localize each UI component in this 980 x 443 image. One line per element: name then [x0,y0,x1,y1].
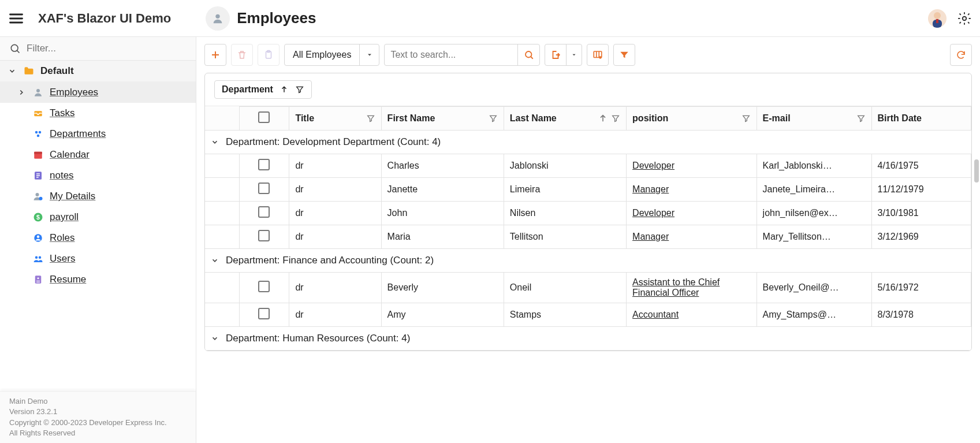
cell-position[interactable]: Assistant to the Chief Financial Officer [627,273,757,303]
sidebar-item-employees[interactable]: Employees [0,82,196,103]
checkbox-icon[interactable] [258,230,270,241]
checkbox-icon[interactable] [258,281,270,292]
table-row[interactable]: drJohnNilsenDeveloperjohn_nilsen@ex…3/10… [205,202,971,225]
chevron-down-icon[interactable] [211,138,219,146]
col-header-position[interactable]: position [627,107,757,131]
table-row[interactable]: drBeverlyOneilAssistant to the Chief Fin… [205,273,971,303]
cell-position[interactable]: Developer [627,202,757,225]
row-select[interactable] [239,154,289,178]
scrollbar-thumb[interactable] [974,159,979,183]
select-all-header[interactable] [239,107,289,131]
sidebar-item-label: My Details [50,191,95,202]
checkbox-icon[interactable] [258,159,270,170]
sidebar-item-mydetails[interactable]: My Details [0,186,196,207]
sidebar-item-calendar[interactable]: Calendar [0,144,196,165]
sort-up-icon[interactable] [598,114,608,123]
view-select-dropdown[interactable] [359,44,379,65]
group-row[interactable]: Department: Development Department (Coun… [205,131,971,154]
svg-point-1 [934,12,941,19]
checkbox-icon[interactable] [258,206,270,218]
group-row[interactable]: Department: Finance and Accounting (Coun… [205,249,971,273]
svg-point-6 [36,89,40,92]
new-button[interactable] [204,44,226,66]
col-header-firstname[interactable]: First Name [381,107,504,131]
row-indent [205,178,239,202]
toolbar: All Employees [196,37,980,73]
cell-title: dr [289,178,381,202]
sidebar-item-roles[interactable]: Roles [0,228,196,248]
filter-icon[interactable] [741,114,751,123]
trash-icon [237,50,247,60]
nav-root-default[interactable]: Default [0,61,196,82]
cell-lastname: Oneil [504,273,626,303]
search-icon [524,50,534,60]
sidebar-item-payroll[interactable]: $payroll [0,207,196,228]
export-dropdown[interactable] [566,44,582,66]
cell-position[interactable]: Developer [627,154,757,178]
table-row[interactable]: drAmyStampsAccountantAmy_Stamps@…8/3/197… [205,303,971,327]
col-header-email[interactable]: E-mail [757,107,871,131]
row-select[interactable] [239,202,289,225]
search-input[interactable] [385,50,517,60]
chevron-down-icon[interactable] [211,256,219,265]
notes-icon [32,170,44,181]
sidebar-item-notes[interactable]: notes [0,165,196,186]
filter-button[interactable] [613,44,635,66]
menu-toggle-button[interactable] [8,10,24,27]
filter-icon[interactable] [295,85,304,94]
group-row[interactable]: Department: Human Resources (Count: 4) [205,327,971,351]
sidebar-filter-input[interactable] [27,43,187,54]
table-row[interactable]: drJanetteLimeiraManagerJanete_Limeira…11… [205,178,971,202]
column-chooser-button[interactable] [587,44,609,66]
col-header-lastname[interactable]: Last Name [504,107,626,131]
row-select[interactable] [239,225,289,249]
cell-email: Karl_Jablonski… [757,154,871,178]
checkbox-icon[interactable] [258,308,270,319]
user-avatar[interactable] [928,9,947,28]
sort-up-icon[interactable] [280,85,288,94]
filter-icon[interactable] [856,114,866,123]
sidebar-item-users[interactable]: Users [0,248,196,269]
clipboard-button[interactable] [258,44,280,66]
filter-icon[interactable] [611,114,620,123]
col-label: First Name [387,113,435,124]
cell-title: dr [289,303,381,327]
sidebar-item-tasks[interactable]: Tasks [0,103,196,124]
row-indent [205,273,239,303]
row-select[interactable] [239,178,289,202]
table-row[interactable]: drCharlesJablonskiDeveloperKarl_Jablonsk… [205,154,971,178]
dollar-icon: $ [32,211,44,223]
data-grid: Department [204,73,972,351]
export-button[interactable] [545,44,567,66]
col-header-birthdate[interactable]: Birth Date [871,107,971,131]
refresh-button[interactable] [950,44,972,66]
checkbox-icon[interactable] [258,111,270,123]
row-select[interactable] [239,303,289,327]
table-row[interactable]: drMariaTellitsonManagerMary_Tellitson…3/… [205,225,971,249]
sidebar-item-label: Employees [50,87,98,98]
cell-lastname: Jablonski [504,154,626,178]
group-chip-department[interactable]: Department [214,80,312,99]
delete-button[interactable] [231,44,253,66]
sidebar-filter [0,37,196,61]
svg-point-21 [39,256,42,259]
search-button[interactable] [517,44,539,65]
sidebar-item-resume[interactable]: Resume [0,269,196,290]
settings-button[interactable] [957,11,972,26]
filter-funnel-icon [619,50,629,60]
filter-icon[interactable] [489,114,498,123]
sidebar-item-departments[interactable]: Departments [0,124,196,144]
checkbox-icon[interactable] [258,183,270,194]
roledot-icon [32,232,44,244]
sidebar-item-label: Tasks [50,107,74,119]
chevron-right-icon[interactable] [16,87,27,98]
cell-position[interactable]: Manager [627,225,757,249]
view-select-label[interactable]: All Employees [285,50,359,60]
filter-icon[interactable] [366,114,375,123]
cell-position[interactable]: Manager [627,178,757,202]
cell-position[interactable]: Accountant [627,303,757,327]
col-header-title[interactable]: Title [289,107,381,131]
chevron-down-icon[interactable] [211,334,219,343]
sidebar-item-label: Resume [50,274,86,285]
row-select[interactable] [239,273,289,303]
